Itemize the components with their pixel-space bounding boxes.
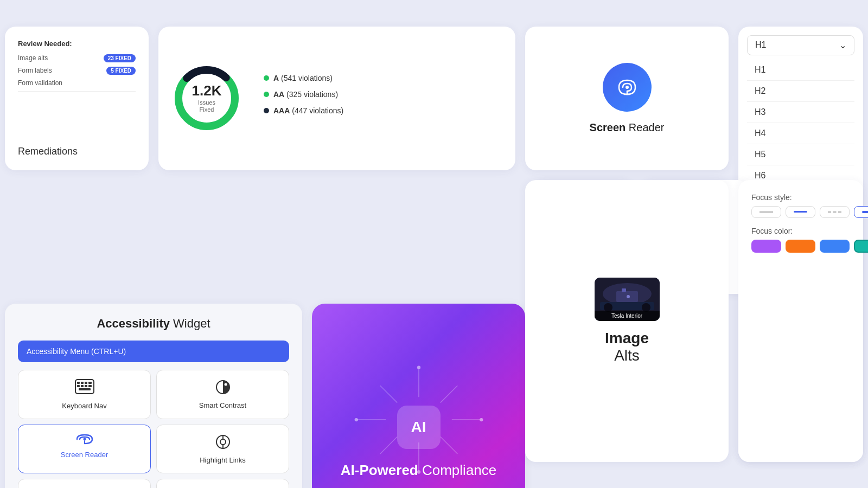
donut-center: 1.2K IssuesFixed [192, 82, 222, 113]
focus-styles-group [751, 206, 850, 218]
widget-card: Accessibility Widget Accessibility Menu … [5, 304, 302, 489]
focus-style-section: Focus style: [751, 193, 850, 218]
svg-point-16 [83, 438, 86, 440]
pause-animations-button[interactable]: Pause Animations [18, 479, 151, 489]
keyboard-icon [75, 379, 94, 397]
svg-rect-8 [88, 382, 92, 384]
svg-rect-10 [81, 385, 84, 387]
svg-line-37 [441, 436, 457, 453]
form-labels-label: Form labels [18, 67, 52, 74]
heading-h3[interactable]: H3 [747, 102, 854, 123]
svg-point-33 [480, 418, 483, 421]
keyboard-nav-button[interactable]: Keyboard Nav [18, 370, 151, 419]
focus-style-label: Focus style: [751, 193, 850, 202]
image-alts-card: Tesla Interior ImageAlts [525, 180, 729, 462]
ai-chip-label: AI [411, 419, 426, 436]
heading-h2[interactable]: H2 [747, 81, 854, 102]
svg-point-3 [626, 86, 629, 89]
focus-color-label: Focus color: [751, 227, 850, 235]
focus-card: Focus style: Focus color: [738, 180, 863, 462]
heading-selected: H1 [755, 40, 766, 50]
focus-style-solid-1[interactable] [751, 206, 781, 218]
remediation-image-alts: Image alts 23 FIXED [18, 54, 136, 62]
widget-title: Accessibility Widget [18, 317, 289, 331]
contrast-icon [215, 379, 231, 397]
remediations-card: Review Needed: Image alts 23 FIXED Form … [5, 27, 149, 170]
focus-color-purple[interactable] [751, 240, 781, 253]
highlight-links-label: Highlight Links [200, 456, 246, 464]
svg-rect-44 [622, 288, 626, 292]
form-labels-badge: 5 FIXED [106, 67, 136, 75]
svg-point-15 [224, 383, 227, 386]
dot-aaa [264, 108, 269, 113]
screen-reader-title: Screen Reader [590, 121, 665, 134]
ai-chip: AI [397, 406, 441, 449]
svg-line-36 [380, 436, 397, 453]
violations-list: A (541 violations) AA (325 violations) A… [264, 74, 502, 123]
svg-point-30 [417, 365, 420, 369]
screen-reader-widget-icon [76, 434, 93, 446]
svg-point-18 [220, 439, 226, 445]
screen-reader-widget-label: Screen Reader [61, 451, 108, 459]
focus-style-bold[interactable] [854, 206, 868, 218]
image-alts-label: Image alts [18, 54, 48, 62]
highlight-links-button[interactable]: Highlight Links [156, 425, 289, 473]
focus-colors-group [751, 240, 850, 253]
ai-card: AI AI-Powered Compliance [312, 304, 525, 489]
violation-aa: AA (325 violations) [264, 90, 502, 99]
dyslexia-friendly-button[interactable]: Df Dyslexia Friendly [156, 479, 289, 489]
svg-rect-7 [85, 382, 87, 384]
widget-buttons-grid: Keyboard Nav Smart Contrast [18, 370, 289, 489]
car-image-tooltip: Tesla Interior [595, 311, 660, 321]
svg-rect-5 [77, 382, 80, 384]
heading-h1[interactable]: H1 [747, 60, 854, 81]
image-alts-badge: 23 FIXED [104, 54, 136, 62]
violation-a: A (541 violations) [264, 74, 502, 82]
main-grid: Review Needed: Image alts 23 FIXED Form … [0, 5, 868, 484]
svg-rect-6 [81, 382, 84, 384]
issues-subtitle: IssuesFixed [192, 99, 222, 113]
widget-menu-bar[interactable]: Accessibility Menu (CTRL+U) [18, 341, 289, 362]
dot-a [264, 75, 269, 81]
remediations-heading: Review Needed: [18, 40, 136, 48]
remediations-title: Remediations [18, 146, 136, 157]
heading-h4[interactable]: H4 [747, 123, 854, 144]
car-image: Tesla Interior [595, 278, 660, 321]
remediation-form-validation: Form validation [18, 79, 136, 92]
keyboard-nav-label: Keyboard Nav [62, 402, 106, 410]
ai-title: AI-Powered Compliance [341, 462, 497, 479]
svg-rect-12 [88, 385, 92, 387]
screen-reader-card: Screen Reader [525, 27, 729, 170]
focus-style-solid-2[interactable] [786, 206, 815, 218]
issues-count: 1.2K [192, 82, 222, 99]
violation-aaa: AAA (447 violations) [264, 106, 502, 115]
svg-rect-13 [79, 388, 91, 390]
chevron-down-icon: ⌄ [839, 40, 846, 50]
smart-contrast-label: Smart Contrast [199, 401, 246, 409]
image-alts-title: ImageAlts [605, 330, 649, 364]
focus-color-orange[interactable] [786, 240, 815, 253]
focus-color-blue[interactable] [820, 240, 850, 253]
focus-style-dashed[interactable] [820, 206, 850, 218]
focus-color-teal[interactable] [854, 240, 868, 253]
remediation-form-labels: Form labels 5 FIXED [18, 67, 136, 75]
svg-rect-9 [77, 385, 80, 387]
highlight-links-icon [215, 434, 231, 452]
svg-point-45 [627, 295, 630, 298]
svg-rect-11 [85, 385, 87, 387]
svg-line-35 [441, 386, 457, 402]
smart-contrast-button[interactable]: Smart Contrast [156, 370, 289, 419]
issues-card: 1.2K IssuesFixed A (541 violations) AA (… [158, 27, 515, 170]
svg-point-32 [355, 418, 358, 421]
form-validation-label: Form validation [18, 79, 62, 87]
focus-color-section: Focus color: [751, 227, 850, 253]
svg-line-34 [380, 386, 397, 402]
donut-chart: 1.2K IssuesFixed [171, 63, 242, 133]
heading-h5[interactable]: H5 [747, 144, 854, 165]
heading-select[interactable]: H1 ⌄ [747, 35, 854, 55]
dot-aa [264, 92, 269, 97]
screen-reader-button[interactable]: Screen Reader [18, 425, 151, 473]
screen-reader-icon [603, 63, 652, 112]
